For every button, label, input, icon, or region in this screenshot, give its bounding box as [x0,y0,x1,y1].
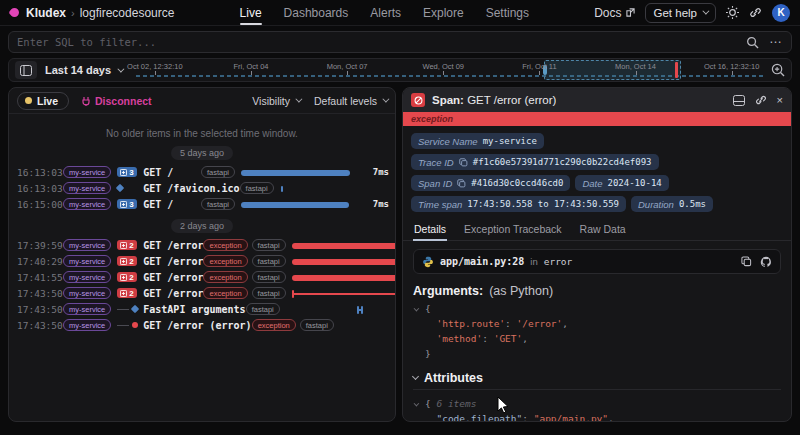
timeline-current-marker [675,62,678,78]
breadcrumb-org[interactable]: Kludex [26,6,66,20]
duration-bar-region [292,270,395,284]
logfire-logo-icon[interactable] [8,6,21,19]
span-count-badge[interactable]: 2 [117,256,136,266]
timeline-track[interactable]: Oct 02, 12:32:10Fri, Oct 04Mon, Oct 07We… [136,59,763,81]
trace-row[interactable]: 17:41:55my-service2GET /errorexceptionfa… [9,269,395,285]
collapse-toggle[interactable] [413,396,425,411]
span-count-badge[interactable]: 3 [117,167,136,177]
code-line: } [413,346,781,361]
timeline-tick-label: Fri, Oct 11 [522,62,556,71]
share-link-button[interactable] [749,6,762,19]
nav-tab-settings[interactable]: Settings [486,0,529,25]
disconnect-button[interactable]: Disconnect [81,95,152,107]
span-count: 3 [129,200,133,209]
span-header-actions: × [733,94,783,106]
nav-tab-explore[interactable]: Explore [423,0,464,25]
get-help-label: Get help [654,7,697,19]
trace-row[interactable]: 17:43:50my-serviceGET /error (error)exce… [9,317,395,333]
span-count-badge[interactable]: 2 [117,240,136,250]
panel-left-icon [20,65,32,76]
row-marker[interactable]: 3 [117,199,143,209]
trace-row[interactable]: 17:40:29my-service2GET /errorexceptionfa… [9,253,395,269]
span-count-badge[interactable]: 3 [117,199,136,209]
trace-list-header: Live Disconnect Visibility Default level… [9,88,395,114]
dot-icon [132,322,138,328]
code-token: : [482,331,493,346]
docs-link[interactable]: Docs [594,6,634,20]
fastapi-tag: fastapi [246,303,280,315]
duration-bar-region [241,197,353,211]
live-toggle-button[interactable]: Live [17,92,69,110]
user-avatar[interactable]: K [772,4,790,22]
code-gutter [413,331,425,346]
trace-row[interactable]: 16:13:03my-serviceGET /favicon.icofastap… [9,180,395,196]
timeline-tick-mark [251,71,252,75]
meta-value: #f1c60e57391d771c290c0b22cd4ef093 [473,157,652,167]
tab-raw-data[interactable]: Raw Data [579,220,627,240]
row-marker[interactable]: 2 [117,272,143,282]
copy-icon[interactable] [459,158,468,167]
tab-exception-traceback[interactable]: Exception Traceback [463,220,562,240]
code-line: 'http.route': '/error', [413,316,781,331]
trace-list-scroll[interactable]: No older items in the selected time wind… [9,114,395,333]
span-count-badge[interactable]: 2 [117,272,136,282]
collapse-toggle[interactable] [413,301,425,316]
row-tags: exceptionfastapi [203,239,291,251]
trace-row[interactable]: 17:39:59my-service2GET /errorexceptionfa… [9,237,395,253]
row-marker[interactable]: 3 [117,167,143,177]
meta-label: Service Name [418,136,478,147]
code-token: { [425,301,431,316]
time-divider-pill[interactable]: 2 days ago [171,219,233,233]
row-marker[interactable]: 2 [117,240,143,250]
row-route: FastAPI arguments [143,304,245,315]
exception-tag: exception [252,319,296,331]
top-navbar: Kludex › logfirecodesource LiveDashboard… [0,0,800,26]
more-options-button[interactable]: … [769,39,783,45]
default-levels-dropdown[interactable]: Default levels [314,95,387,107]
service-tag: my-service [63,239,111,251]
duration-bar [292,243,395,249]
nav-tab-live[interactable]: Live [240,0,262,25]
theme-toggle-button[interactable] [726,6,739,19]
code-line: 'method': 'GET', [413,331,781,346]
row-marker[interactable]: 2 [117,288,143,298]
fastapi-tag: fastapi [252,271,286,283]
time-divider-pill[interactable]: 5 days ago [171,146,233,160]
breadcrumb-project[interactable]: logfirecodesource [80,6,175,20]
sql-filter-input[interactable] [17,36,746,48]
sun-icon [726,6,739,19]
meta-label: Trace ID [418,157,454,168]
expand-icon [120,290,127,297]
row-duration: 7ms [353,199,389,209]
duration-bar-region [292,254,395,268]
attributes-heading[interactable]: Attributes [413,371,781,385]
tab-details[interactable]: Details [413,220,447,240]
timeline-selection[interactable] [544,60,682,80]
span-count-badge[interactable]: 2 [117,288,136,298]
timeline-tick-label: Oct 02, 12:32:10 [127,62,182,71]
copy-link-icon[interactable] [755,94,767,106]
trace-row[interactable]: 16:15:00my-service3GET /fastapi7ms [9,196,395,212]
timeline-zoom-button[interactable] [771,63,785,77]
service-tag: my-service [63,303,111,315]
time-range-dropdown[interactable]: Last 14 days [45,64,122,76]
service-tag: my-service [63,198,111,210]
dock-panel-icon[interactable] [733,95,745,106]
trace-row[interactable]: 16:13:03my-service3GET /fastapi7ms [9,164,395,180]
code-file-location[interactable]: app/main.py:28 [440,256,524,267]
nav-tab-alerts[interactable]: Alerts [370,0,401,25]
copy-icon[interactable] [457,179,466,188]
copy-icon[interactable] [741,256,752,267]
get-help-button[interactable]: Get help [645,3,716,23]
search-icon[interactable] [746,36,759,49]
row-marker[interactable]: 2 [117,256,143,266]
nav-tab-dashboards[interactable]: Dashboards [284,0,349,25]
github-icon[interactable] [760,256,772,268]
trace-row[interactable]: 17:43:50my-serviceFastAPI argumentsfasta… [9,301,395,317]
sidebar-toggle-button[interactable] [15,61,37,79]
timeline-tick-mark [636,71,637,75]
trace-row[interactable]: 17:43:50my-service2GET /errorexceptionfa… [9,285,395,301]
close-icon[interactable]: × [777,95,783,106]
expand-icon [120,169,127,176]
visibility-dropdown[interactable]: Visibility [252,95,300,107]
